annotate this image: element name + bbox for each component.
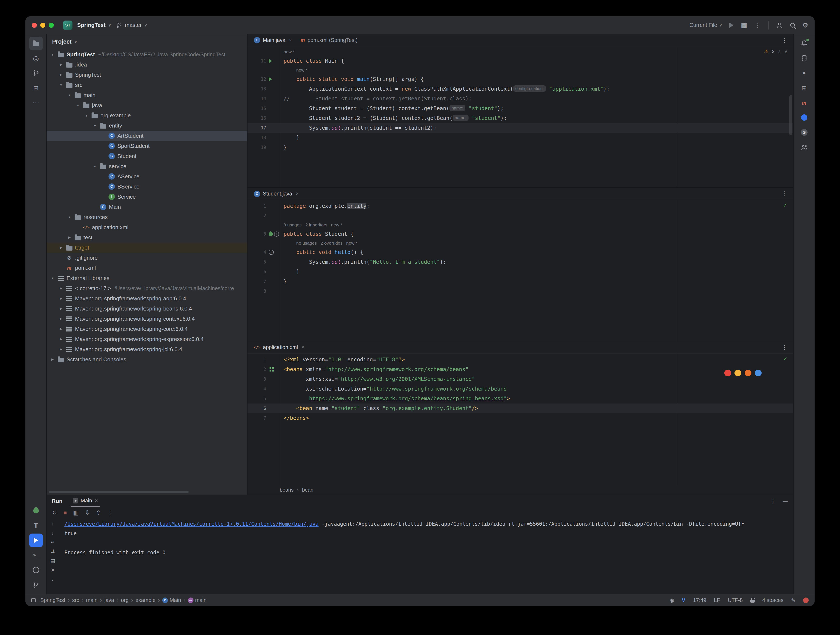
close-tab-icon[interactable]: × bbox=[295, 191, 299, 197]
scroll-down-icon[interactable]: ↓ bbox=[52, 530, 54, 536]
code-vision-hint[interactable]: no usages 2 overrides new * bbox=[280, 239, 357, 247]
plugins-button[interactable]: ⊞ bbox=[797, 81, 811, 95]
code-with-me-icon[interactable] bbox=[776, 22, 783, 29]
tree-item-src[interactable]: ▼src bbox=[47, 80, 247, 90]
structure-button[interactable]: ⊞ bbox=[29, 81, 43, 95]
run-panel-more-icon[interactable]: ⋮ bbox=[770, 498, 776, 504]
vim-mode-icon[interactable]: V bbox=[682, 597, 685, 603]
more-tools-button[interactable]: ⋯ bbox=[29, 96, 43, 110]
run-gutter-icon[interactable] bbox=[269, 77, 272, 81]
code-line-15[interactable]: 15 Student student = (Student) context.g… bbox=[248, 104, 793, 113]
tree-item-maven-org-springframework-spring-expression-6-0-4[interactable]: ▶Maven: org.springframework:spring-expre… bbox=[47, 334, 247, 344]
indent-style[interactable]: 4 spaces bbox=[762, 597, 783, 603]
tree-item-service[interactable]: IService bbox=[47, 192, 247, 202]
chevron-down-icon[interactable]: ∨ bbox=[74, 39, 77, 44]
tree-item-application-xml[interactable]: </>application.xml bbox=[47, 222, 247, 232]
tree-chevron-icon[interactable]: ▼ bbox=[49, 276, 56, 280]
plugin-wheel-icon[interactable]: ◉ bbox=[669, 597, 674, 603]
todo-button[interactable]: T bbox=[29, 519, 43, 532]
code-line-6[interactable]: 6 <bean name="student" class="org.exampl… bbox=[248, 403, 793, 413]
tree-item-bservice[interactable]: CBService bbox=[47, 181, 247, 192]
version-control-button[interactable] bbox=[29, 578, 43, 592]
code-line-5[interactable]: 5 https://www.springframework.org/schema… bbox=[248, 394, 793, 403]
tab-student-java[interactable]: CStudent.java× bbox=[249, 188, 303, 200]
tree-item-maven-org-springframework-spring-core-6-0-4[interactable]: ▶Maven: org.springframework:spring-core:… bbox=[47, 324, 247, 334]
tree-chevron-icon[interactable]: ▶ bbox=[57, 286, 65, 290]
tree-chevron-icon[interactable]: ▶ bbox=[57, 73, 65, 77]
java-executable-link[interactable]: /Users/eve/Library/Java/JavaVirtualMachi… bbox=[65, 521, 319, 527]
browser-chrome-icon[interactable] bbox=[724, 370, 731, 377]
error-indicator-icon[interactable] bbox=[803, 597, 808, 603]
code-line-7[interactable]: 7} bbox=[248, 277, 793, 286]
tool-window-widget-icon[interactable] bbox=[32, 598, 36, 602]
code-area[interactable]: new *11public class Main {new *12 public… bbox=[248, 46, 793, 188]
search-everywhere-icon[interactable] bbox=[790, 23, 795, 28]
problems-button[interactable]: ! bbox=[29, 563, 43, 577]
tree-chevron-icon[interactable]: ▼ bbox=[91, 165, 99, 168]
code-with-me-button[interactable] bbox=[797, 140, 811, 154]
code-line-14[interactable]: 14// Student student = context.getBean(S… bbox=[248, 94, 793, 104]
project-selector[interactable]: SpringTest ∨ bbox=[77, 22, 111, 28]
maven-button[interactable]: m bbox=[797, 96, 811, 110]
tree-item-service[interactable]: ▼service bbox=[47, 161, 247, 171]
tree-item-java[interactable]: ▼java bbox=[47, 100, 247, 110]
tab-main-java[interactable]: CMain.java× bbox=[249, 34, 296, 46]
project-button[interactable] bbox=[29, 37, 43, 50]
tab-application-xml[interactable]: </>application.xml× bbox=[249, 341, 309, 353]
stop-icon[interactable]: ■ bbox=[63, 510, 67, 516]
tree-chevron-icon[interactable]: ▶ bbox=[66, 236, 73, 240]
tree-chevron-icon[interactable]: ▶ bbox=[57, 296, 65, 300]
breadcrumb-bean[interactable]: bean bbox=[302, 487, 313, 493]
run-configuration-selector[interactable]: Current File ∨ bbox=[690, 22, 722, 28]
status-crumb-main[interactable]: main bbox=[86, 597, 98, 603]
inspections-widget[interactable]: ✓ bbox=[783, 356, 788, 362]
tree-chevron-icon[interactable]: ▶ bbox=[57, 246, 65, 249]
export-results-icon[interactable]: ⇧ bbox=[96, 509, 101, 516]
tree-item-student[interactable]: CStudent bbox=[47, 151, 247, 161]
file-encoding[interactable]: UTF-8 bbox=[728, 597, 743, 603]
run-button[interactable] bbox=[729, 23, 734, 28]
prev-problem-icon[interactable]: ∧ bbox=[778, 49, 781, 54]
line-separator[interactable]: LF bbox=[714, 597, 720, 603]
tree-item-maven-org-springframework-spring-context-6-0-4[interactable]: ▶Maven: org.springframework:spring-conte… bbox=[47, 314, 247, 324]
tree-item-main[interactable]: CMain bbox=[47, 202, 247, 212]
code-vision-hint[interactable]: 8 usages 2 inheritors new * bbox=[280, 221, 342, 229]
inspections-widget[interactable]: ⚠2∧∨ bbox=[764, 49, 788, 54]
tree-chevron-icon[interactable]: ▶ bbox=[49, 358, 56, 361]
tree-item-maven-org-springframework-spring-jcl-6-0-4[interactable]: ▶Maven: org.springframework:spring-jcl:6… bbox=[47, 344, 247, 355]
scroll-up-icon[interactable]: ↑ bbox=[52, 521, 54, 526]
tree-item-corretto-17[interactable]: ▶< corretto-17 >/Users/eve/Library/Java/… bbox=[47, 283, 247, 293]
more-actions-icon[interactable]: ⋮ bbox=[755, 21, 761, 29]
close-tab-icon[interactable]: × bbox=[289, 37, 292, 43]
status-crumb-java[interactable]: java bbox=[104, 597, 114, 603]
caret-position[interactable]: 17:49 bbox=[693, 597, 706, 603]
ai-assistant-button[interactable]: ✦ bbox=[797, 66, 811, 80]
code-line-5[interactable]: 5 System.out.println("Hello, I'm a stude… bbox=[248, 257, 793, 267]
tree-item-springtest[interactable]: ▶SpringTest bbox=[47, 70, 247, 80]
inspections-widget[interactable]: ✓ bbox=[783, 202, 788, 209]
tree-item-aservice[interactable]: CAService bbox=[47, 171, 247, 181]
tree-chevron-icon[interactable]: ▼ bbox=[57, 83, 65, 87]
settings-gear-icon[interactable]: ⚙ bbox=[802, 21, 808, 29]
code-line-7[interactable]: 7</beans> bbox=[248, 413, 793, 423]
tree-item-artstudent[interactable]: CArtStudent bbox=[47, 131, 247, 141]
breadcrumb-beans[interactable]: beans bbox=[280, 487, 294, 493]
tree-item-idea[interactable]: ▶.idea bbox=[47, 60, 247, 70]
code-line-3[interactable]: 3↓public class Student { bbox=[248, 229, 793, 239]
hide-panel-icon[interactable]: — bbox=[782, 498, 788, 504]
code-line-3[interactable]: 3 xmlns:xsi="http://www.w3.org/2001/XMLS… bbox=[248, 374, 793, 384]
code-line-2[interactable]: 2 bbox=[248, 211, 793, 221]
code-line-18[interactable]: 18 } bbox=[248, 133, 793, 143]
tree-chevron-icon[interactable]: ▶ bbox=[57, 347, 65, 351]
gradle-button[interactable]: G bbox=[797, 126, 811, 139]
next-problem-icon[interactable]: ∨ bbox=[784, 49, 788, 54]
commit-button[interactable]: ◎ bbox=[29, 52, 43, 65]
tree-chevron-icon[interactable]: ▼ bbox=[66, 216, 73, 219]
terminal-button[interactable]: >_ bbox=[29, 548, 43, 562]
tree-item-pom-xml[interactable]: mpom.xml bbox=[47, 263, 247, 273]
horizontal-scrollbar[interactable] bbox=[49, 491, 189, 493]
status-crumb-src[interactable]: src bbox=[72, 597, 79, 603]
code-line-12[interactable]: 12 public static void main(String[] args… bbox=[248, 74, 793, 84]
run-gutter-icon[interactable] bbox=[269, 59, 272, 63]
tree-chevron-icon[interactable]: ▶ bbox=[57, 63, 65, 66]
